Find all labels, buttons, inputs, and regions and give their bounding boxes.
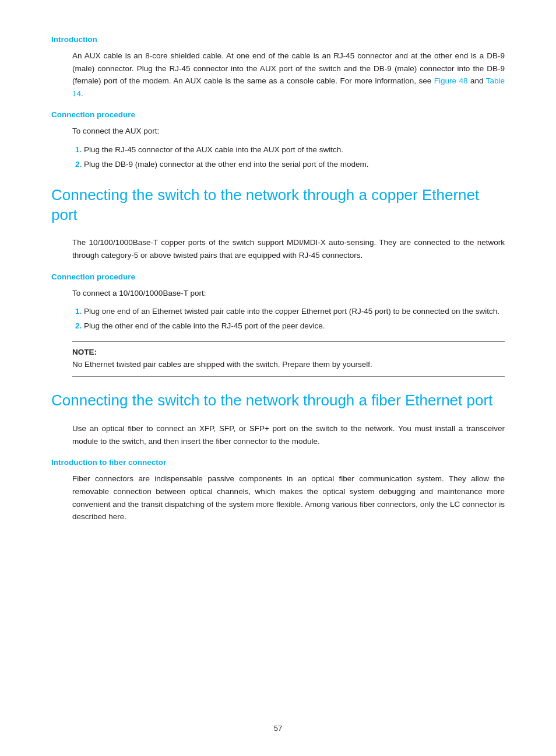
connection-procedure-1-section: Connection procedure To connect the AUX …	[51, 110, 505, 171]
connection-procedure-2-intro: To connect a 10/100/1000Base-T port:	[72, 287, 505, 300]
connection-procedure-2-list: Plug one end of an Ethernet twisted pair…	[72, 305, 505, 333]
chapter2-title: Connecting the switch to the network thr…	[51, 391, 505, 411]
page-number: 57	[0, 724, 556, 733]
connection-procedure-2-heading: Connection procedure	[51, 272, 505, 281]
note-box: NOTE: No Ethernet twisted pair cables ar…	[72, 341, 505, 377]
chapter1-body: The 10/100/1000Base-T copper ports of th…	[72, 236, 505, 261]
intro-fiber-heading: Introduction to fiber connector	[51, 458, 505, 467]
intro-fiber-text: Fiber connectors are indispensable passi…	[72, 473, 505, 523]
list-item: Plug one end of an Ethernet twisted pair…	[84, 305, 505, 318]
introduction-body: An AUX cable is an 8-core shielded cable…	[72, 50, 505, 100]
list-item: Plug the other end of the cable into the…	[84, 320, 505, 333]
introduction-heading: Introduction	[51, 35, 505, 44]
list-item: Plug the RJ-45 connector of the AUX cabl…	[84, 144, 505, 157]
intro-fiber-section: Introduction to fiber connector Fiber co…	[51, 458, 505, 523]
page-content: Introduction An AUX cable is an 8-core s…	[0, 0, 556, 756]
connection-procedure-1-heading: Connection procedure	[51, 110, 505, 119]
note-text: No Ethernet twisted pair cables are ship…	[72, 359, 505, 370]
connection-procedure-1-list: Plug the RJ-45 connector of the AUX cabl…	[72, 144, 505, 172]
figure-48-link[interactable]: Figure 48	[434, 76, 468, 85]
note-label: NOTE:	[72, 348, 505, 356]
connection-procedure-2-section: Connection procedure To connect a 10/100…	[51, 272, 505, 377]
list-item: Plug the DB-9 (male) connector at the ot…	[84, 158, 505, 172]
chapter1-body-section: The 10/100/1000Base-T copper ports of th…	[51, 236, 505, 261]
introduction-section: Introduction An AUX cable is an 8-core s…	[51, 35, 505, 100]
chapter2-body: Use an optical fiber to connect an XFP, …	[72, 422, 505, 447]
chapter1-title: Connecting the switch to the network thr…	[51, 186, 505, 225]
connection-procedure-1-intro: To connect the AUX port:	[72, 125, 505, 138]
chapter2-body-section: Use an optical fiber to connect an XFP, …	[51, 422, 505, 447]
